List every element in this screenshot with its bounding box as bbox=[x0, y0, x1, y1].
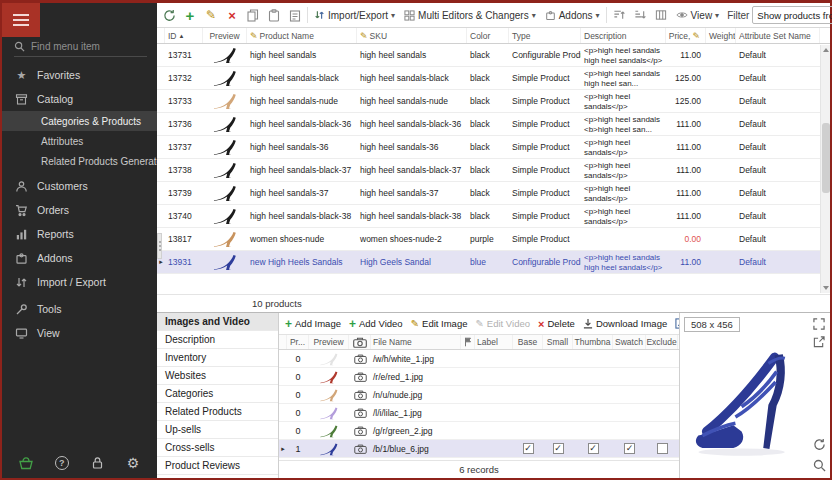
sidebar-item-attributes[interactable]: Attributes bbox=[2, 131, 157, 151]
table-row[interactable]: 13736 high heel sandals-black-36high hee… bbox=[157, 113, 830, 136]
sidebar-item-view[interactable]: View bbox=[2, 321, 157, 345]
tab-websites[interactable]: Websites bbox=[157, 367, 278, 385]
add-video-button[interactable]: +Add Video bbox=[347, 315, 405, 333]
table-row[interactable]: 13731 high heel sandalshigh heel sandals… bbox=[157, 44, 830, 67]
scroll-up-icon[interactable] bbox=[821, 45, 831, 55]
column-header-product-name[interactable]: ✎Product Name bbox=[247, 28, 357, 43]
edit-product-button[interactable]: ✎ bbox=[202, 6, 220, 25]
sidebar-item-customers[interactable]: Customers bbox=[2, 174, 157, 198]
columns-icon[interactable] bbox=[652, 6, 670, 25]
tab-description[interactable]: Description bbox=[157, 331, 278, 349]
panel-splitter-grip[interactable] bbox=[157, 233, 162, 259]
tab-up-sells[interactable]: Up-sells bbox=[157, 421, 278, 439]
set-resize-rule-button[interactable]: Set Resize Rule bbox=[673, 316, 679, 331]
tab-images-and-video[interactable]: Images and Video bbox=[157, 313, 278, 331]
download-image-button[interactable]: Download Image bbox=[581, 316, 669, 331]
column-header-price[interactable]: Price,✎ bbox=[666, 28, 706, 43]
edit-video-button[interactable]: ✎Edit Video bbox=[473, 316, 532, 331]
image-row[interactable]: 0 /n/u/nude.jpg bbox=[279, 386, 679, 404]
rotate-icon[interactable] bbox=[811, 436, 827, 452]
image-row[interactable]: 0 /w/h/white_1.jpg bbox=[279, 350, 679, 368]
camera-icon[interactable] bbox=[349, 335, 371, 349]
tab-cross-sells[interactable]: Cross-sells bbox=[157, 439, 278, 457]
exclude-checkbox[interactable] bbox=[657, 443, 668, 454]
column-header-color[interactable]: Color bbox=[467, 28, 509, 43]
swatch-checkbox[interactable]: ✓ bbox=[624, 443, 635, 454]
column-header-weight[interactable]: Weight bbox=[706, 28, 736, 43]
sort-ascending-icon[interactable] bbox=[610, 6, 628, 25]
flag-icon[interactable] bbox=[461, 335, 475, 349]
paste-icon[interactable] bbox=[265, 6, 283, 25]
edit-image-button[interactable]: ✎Edit Image bbox=[409, 316, 470, 331]
store-basket-icon[interactable] bbox=[15, 452, 37, 474]
base-checkbox[interactable]: ✓ bbox=[523, 443, 534, 454]
scroll-down-icon[interactable] bbox=[821, 283, 831, 293]
category-filter-select[interactable]: Show products from selected categories ▾ bbox=[752, 6, 832, 24]
column-header-exclude[interactable]: Exclude bbox=[646, 335, 678, 349]
hamburger-menu-icon[interactable] bbox=[2, 3, 40, 37]
grid-scrollbar[interactable] bbox=[820, 45, 830, 293]
column-header-base[interactable]: Base bbox=[513, 335, 543, 349]
small-checkbox[interactable]: ✓ bbox=[553, 443, 564, 454]
sidebar-item-related-products-generator[interactable]: Related Products Generator bbox=[2, 151, 157, 171]
column-header-description[interactable]: Description bbox=[581, 28, 666, 43]
column-header-small[interactable]: Small bbox=[543, 335, 573, 349]
fullscreen-icon[interactable] bbox=[811, 316, 827, 332]
column-header-sku[interactable]: ✎SKU bbox=[357, 28, 467, 43]
table-row[interactable]: 13738 high heel sandals-black-37high hee… bbox=[157, 159, 830, 182]
duplicate-icon[interactable] bbox=[286, 6, 304, 25]
sidebar-item-favorites[interactable]: ★ Favorites bbox=[2, 63, 157, 87]
image-row[interactable]: 0 /r/e/red_1.jpg bbox=[279, 368, 679, 386]
column-header-label[interactable]: Label bbox=[475, 335, 513, 349]
copy-icon[interactable] bbox=[244, 6, 262, 25]
table-row[interactable]: 13740 high heel sandals-black-38high hee… bbox=[157, 205, 830, 228]
sidebar-item-tools[interactable]: Tools bbox=[2, 297, 157, 321]
lock-icon[interactable] bbox=[86, 452, 108, 474]
thumbnail-checkbox[interactable]: ✓ bbox=[588, 443, 599, 454]
tab-categories[interactable]: Categories bbox=[157, 385, 278, 403]
column-header-position[interactable]: Pr... bbox=[287, 335, 309, 349]
table-row-selected[interactable]: ▸ 13931 new High Heels SandalsHigh Geels… bbox=[157, 251, 830, 274]
tab-product-reviews[interactable]: Product Reviews bbox=[157, 457, 278, 475]
scrollbar-thumb[interactable] bbox=[822, 123, 830, 193]
image-row-selected[interactable]: ▸ 1 /b/1/blue_6.jpg ✓ ✓ ✓ ✓ bbox=[279, 440, 679, 458]
column-header-swatch[interactable]: Swatch bbox=[613, 335, 646, 349]
column-header-preview[interactable]: Preview bbox=[203, 28, 247, 43]
table-row[interactable]: 13733 high heel sandals-nudehigh heel sa… bbox=[157, 90, 830, 113]
table-row[interactable]: 13737 high heel sandals-36high heel sand… bbox=[157, 136, 830, 159]
add-product-button[interactable]: + bbox=[181, 6, 199, 25]
sidebar-item-catalog[interactable]: Catalog bbox=[2, 87, 157, 111]
sidebar-item-addons[interactable]: Addons bbox=[2, 246, 157, 270]
image-row[interactable]: 0 /l/i/lilac_1.jpg bbox=[279, 404, 679, 422]
table-row[interactable]: 13739 high heel sandals-37high heel sand… bbox=[157, 182, 830, 205]
column-header-attribute-set[interactable]: Attribute Set Name bbox=[736, 28, 820, 43]
column-header-file-name[interactable]: File Name bbox=[371, 335, 461, 349]
sort-descending-icon[interactable] bbox=[631, 6, 649, 25]
add-image-button[interactable]: +Add Image bbox=[283, 315, 343, 333]
tab-inventory[interactable]: Inventory bbox=[157, 349, 278, 367]
multi-editors-dropdown[interactable]: Multi Editors & Changers ▾ bbox=[401, 8, 539, 23]
sidebar-item-import-export[interactable]: Import / Export bbox=[2, 270, 157, 294]
table-row[interactable]: 13732 high heel sandals-blackhigh heel s… bbox=[157, 67, 830, 90]
sidebar-item-categories-products[interactable]: Categories & Products bbox=[2, 111, 157, 131]
refresh-icon[interactable] bbox=[160, 6, 178, 25]
import-export-dropdown[interactable]: Import/Export ▾ bbox=[311, 7, 398, 23]
column-header-type[interactable]: Type bbox=[509, 28, 581, 43]
sidebar-item-reports[interactable]: Reports bbox=[2, 222, 157, 246]
tab-related-products[interactable]: Related Products bbox=[157, 403, 278, 421]
sidebar-item-orders[interactable]: Orders bbox=[2, 198, 157, 222]
open-external-icon[interactable] bbox=[811, 334, 827, 350]
addons-dropdown[interactable]: Addons ▾ bbox=[542, 8, 603, 23]
column-header-id[interactable]: ID▲ bbox=[165, 28, 203, 43]
search-input[interactable] bbox=[31, 41, 141, 52]
settings-gear-icon[interactable]: ⚙ bbox=[122, 452, 144, 474]
delete-image-button[interactable]: ×Delete bbox=[536, 316, 577, 332]
zoom-icon[interactable] bbox=[811, 457, 827, 473]
help-icon[interactable]: ? bbox=[51, 452, 73, 474]
view-dropdown[interactable]: View ▾ bbox=[673, 8, 723, 23]
table-row[interactable]: 13817 women shoes-nudewomen shoes-nude-2… bbox=[157, 228, 830, 251]
column-header-thumbnail[interactable]: Thumbna bbox=[573, 335, 613, 349]
delete-product-button[interactable]: × bbox=[223, 6, 241, 25]
column-header-preview[interactable]: Preview bbox=[309, 335, 349, 349]
image-row[interactable]: 0 /g/r/green_2.jpg bbox=[279, 422, 679, 440]
